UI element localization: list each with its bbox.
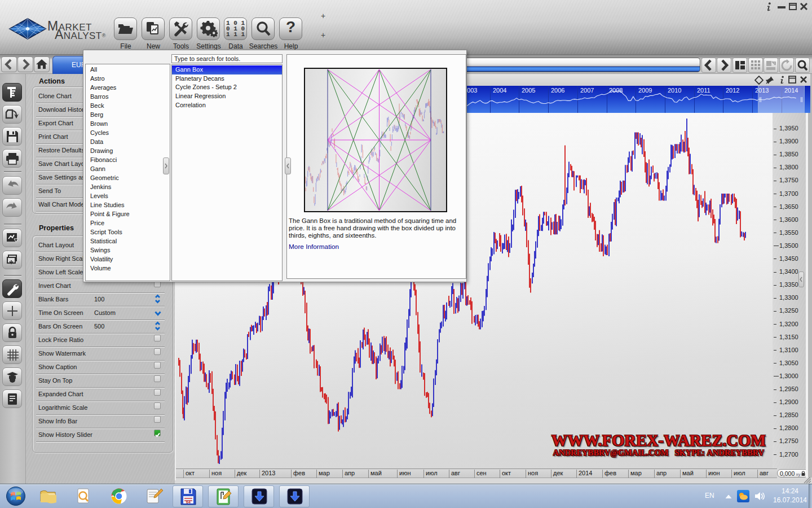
svg-text:64: 64 xyxy=(186,500,191,504)
